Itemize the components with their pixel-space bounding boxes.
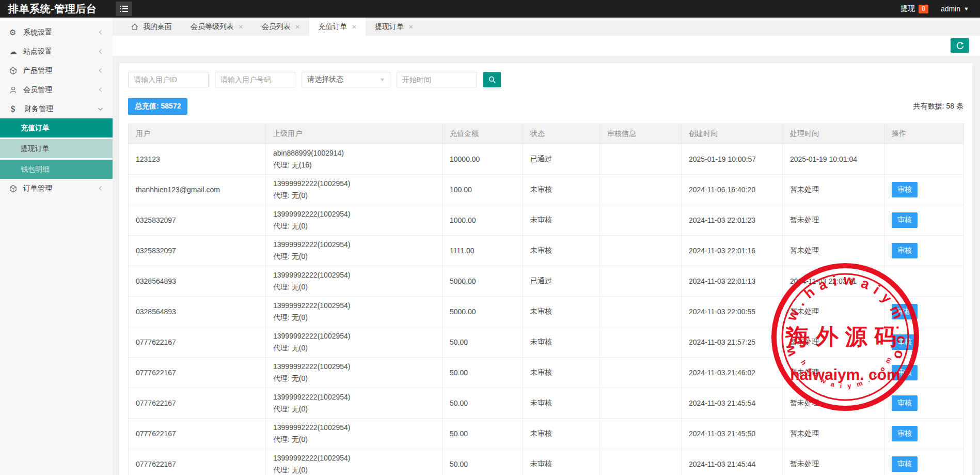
sidebar-subitem-recharge-orders[interactable]: 充值订单 (0, 118, 113, 137)
upline-agent: 代理: 无(0) (273, 220, 435, 232)
sidebar-item-finance-management[interactable]: $ 财务管理 (0, 99, 113, 118)
cell-audit-info (600, 144, 682, 175)
sidebar-item-product-management[interactable]: 产品管理 (0, 61, 113, 80)
col-header-amount: 充值金额 (442, 124, 523, 144)
tab[interactable]: 充值订单 × (309, 18, 366, 36)
close-icon[interactable]: × (352, 23, 357, 30)
audit-button[interactable]: 审核 (892, 304, 918, 319)
cell-audit-info (600, 419, 682, 449)
sidebar-item-label: 会员管理 (23, 85, 98, 95)
sidebar-item-order-management[interactable]: 订单管理 (0, 179, 113, 198)
content-card: 请选择状态 ▼ 总充值: 58572 共有数据: 58 条 (119, 63, 972, 475)
status-select-value: 请选择状态 (307, 75, 343, 84)
audit-button[interactable]: 审核 (892, 395, 918, 411)
upline-agent: 代理: 无(0) (273, 342, 435, 354)
cell-user: 0325832097 (129, 236, 266, 266)
cell-amount: 1111.00 (442, 236, 523, 266)
tab[interactable]: 我的桌面 (122, 18, 181, 36)
toolbar (113, 36, 980, 56)
filter-row: 请选择状态 ▼ (128, 72, 963, 87)
upline-account: 13999992222(1002954) (273, 269, 435, 281)
tab[interactable]: 会员等级列表 × (181, 18, 252, 36)
close-icon[interactable]: × (295, 23, 300, 30)
sidebar-collapse-button[interactable] (116, 2, 132, 16)
cell-processed: 暂未处理 (783, 388, 884, 419)
cell-upline: 13999992222(1002954) 代理: 无(0) (266, 449, 442, 475)
sidebar-subitem-withdraw-orders[interactable]: 提现订单 (0, 139, 113, 158)
caret-down-icon: ▼ (379, 77, 385, 82)
upline-agent: 代理: 无(16) (273, 159, 435, 171)
sidebar-subitem-wallet-detail[interactable]: 钱包明细 (0, 160, 113, 179)
search-button[interactable] (483, 72, 501, 87)
status-select[interactable]: 请选择状态 ▼ (302, 72, 390, 87)
close-icon[interactable]: × (239, 23, 243, 30)
user-number-input[interactable] (215, 72, 295, 87)
tab[interactable]: 会员列表 × (252, 18, 309, 36)
cell-audit-info (600, 175, 682, 205)
cell-audit-info (600, 327, 682, 358)
cell-user: 0777622167 (129, 419, 266, 449)
cell-actions (884, 144, 964, 175)
cell-processed: 暂未处理 (783, 327, 884, 358)
audit-button[interactable]: 审核 (892, 456, 918, 472)
tab-label: 会员列表 (262, 22, 291, 32)
cell-processed: 暂未处理 (783, 419, 884, 449)
hamburger-icon (120, 6, 128, 7)
cell-user: 0777622167 (129, 449, 266, 475)
table-header-row: 用户 上级用户 充值金额 状态 审核信息 创建时间 处理时间 操作 (129, 124, 964, 144)
cell-audit-info (600, 358, 682, 388)
sidebar-item-site-settings[interactable]: ☁ 站点设置 (0, 42, 113, 61)
upline-account: 13999992222(1002954) (273, 300, 435, 312)
chevron-left-icon (98, 186, 103, 191)
person-icon (9, 86, 23, 94)
upline-agent: 代理: 无(0) (273, 464, 435, 475)
sidebar-item-member-management[interactable]: 会员管理 (0, 80, 113, 99)
col-header-audit-info: 审核信息 (600, 124, 682, 144)
cell-amount: 5000.00 (442, 297, 523, 327)
cell-actions: 审核 (884, 327, 964, 358)
cell-created: 2024-11-03 21:45:50 (682, 419, 783, 449)
sidebar-item-label: 订单管理 (23, 184, 98, 193)
upline-account: 13999992222(1002954) (273, 330, 435, 342)
refresh-button[interactable] (951, 38, 969, 53)
sidebar-subitem-label: 充值订单 (21, 124, 50, 133)
cell-amount: 50.00 (442, 388, 523, 419)
chevron-down-icon (98, 106, 103, 112)
cell-processed: 2025-01-19 10:01:04 (783, 144, 884, 175)
table-row: 0328564893 13999992222(1002954) 代理: 无(0)… (129, 266, 964, 297)
audit-button[interactable]: 审核 (892, 334, 918, 350)
audit-button[interactable]: 审核 (892, 426, 918, 441)
sidebar-item-system-settings[interactable]: ⚙ 系统设置 (0, 23, 113, 42)
user-menu[interactable]: admin ▼ (941, 5, 969, 13)
audit-button[interactable]: 审核 (892, 212, 918, 228)
audit-button[interactable]: 审核 (892, 182, 918, 197)
user-id-input[interactable] (128, 72, 209, 87)
close-icon[interactable]: × (408, 23, 413, 30)
tab-label: 充值订单 (319, 22, 347, 32)
col-header-actions: 操作 (884, 124, 964, 144)
cube-icon (9, 67, 23, 75)
cell-created: 2024-11-03 21:45:44 (682, 449, 783, 475)
table-row: 0777622167 13999992222(1002954) 代理: 无(0)… (129, 327, 964, 358)
app-title: 排单系统-管理后台 (0, 2, 108, 16)
record-count: 共有数据: 58 条 (913, 102, 963, 111)
start-time-input[interactable] (397, 72, 477, 87)
audit-button[interactable]: 审核 (892, 243, 918, 258)
cell-upline: 13999992222(1002954) 代理: 无(0) (266, 358, 442, 388)
cell-created: 2024-11-03 21:45:54 (682, 388, 783, 419)
cell-processed: 暂未处理 (783, 175, 884, 205)
withdraw-count-badge: 0 (919, 5, 928, 13)
upline-account: 13999992222(1002954) (273, 208, 435, 220)
caret-down-icon: ▼ (963, 6, 970, 11)
cell-created: 2024-11-06 16:40:20 (682, 175, 783, 205)
cell-status: 未审核 (523, 297, 600, 327)
orders-table: 用户 上级用户 充值金额 状态 审核信息 创建时间 处理时间 操作 123123… (128, 124, 964, 475)
cell-user: 0328564893 (129, 266, 266, 297)
sidebar-item-label: 财务管理 (24, 104, 98, 114)
cell-amount: 5000.00 (442, 266, 523, 297)
tab[interactable]: 提现订单 × (366, 18, 422, 36)
audit-button[interactable]: 审核 (892, 365, 918, 380)
withdraw-notice[interactable]: 提现 0 (900, 4, 928, 13)
cell-status: 未审核 (523, 175, 600, 205)
cell-processed: 暂未处理 (783, 205, 884, 236)
